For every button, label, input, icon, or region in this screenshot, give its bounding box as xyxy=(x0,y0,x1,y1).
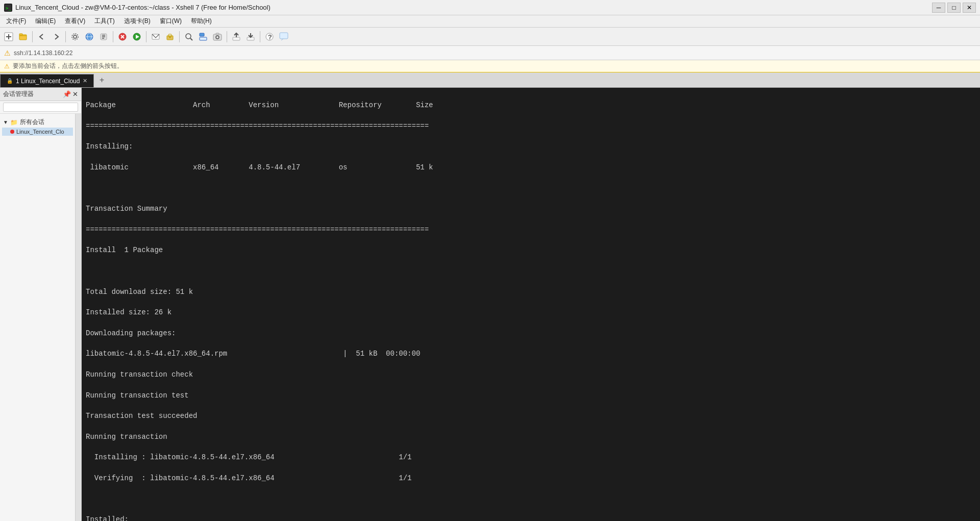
maximize-button[interactable]: □ xyxy=(947,3,961,13)
term-line-7: Install 1 Package xyxy=(86,246,163,254)
toolbar-sep6 xyxy=(227,31,227,42)
menu-edit[interactable]: 编辑(E) xyxy=(31,16,60,27)
term-line-14: Running transaction test xyxy=(86,391,189,400)
menu-help[interactable]: 帮助(H) xyxy=(187,16,216,27)
toolbar-sep7 xyxy=(260,31,260,42)
svg-rect-32 xyxy=(233,37,240,40)
svg-rect-29 xyxy=(213,34,222,40)
term-line-18: Verifying : libatomic-4.8.5-44.el7.x86_6… xyxy=(86,474,412,482)
toolbar-back-btn[interactable] xyxy=(35,30,48,43)
term-line-20: Installed: xyxy=(86,515,129,521)
session-search-input[interactable] xyxy=(3,103,78,112)
minimize-button[interactable]: ─ xyxy=(932,3,945,13)
status-dot-red xyxy=(10,130,14,134)
notif-icon: ⚠ xyxy=(4,63,10,70)
svg-line-26 xyxy=(190,38,192,40)
title-bar: >_ Linux_Tencent_Cloud - zw@VM-0-17-cent… xyxy=(0,0,980,15)
title-bar-left: >_ Linux_Tencent_Cloud - zw@VM-0-17-cent… xyxy=(4,4,271,12)
term-line-12: libatomic-4.8.5-44.el7.x86_64.rpm | 51 k… xyxy=(86,350,420,358)
tab-label: 1 Linux_Tencent_Cloud xyxy=(16,78,80,85)
toolbar-sep5 xyxy=(179,31,180,42)
svg-rect-6 xyxy=(19,34,22,35)
svg-text:?: ? xyxy=(268,34,272,41)
svg-rect-27 xyxy=(200,33,204,36)
tab-linux-tencent[interactable]: 🔒 1 Linux_Tencent_Cloud ✕ xyxy=(0,74,94,87)
session-header-label: 会话管理器 xyxy=(3,90,34,98)
term-line-11: Downloading packages: xyxy=(86,329,176,337)
toolbar-green-btn[interactable] xyxy=(130,30,143,43)
toolbar-new-btn[interactable] xyxy=(2,30,15,43)
toolbar-question-btn[interactable]: ? xyxy=(263,30,276,43)
menu-tabs[interactable]: 选项卡(B) xyxy=(120,16,155,27)
menu-bar: 文件(F) 编辑(E) 查看(V) 工具(T) 选项卡(B) 窗口(W) 帮助(… xyxy=(0,15,980,28)
session-header-icons: 📌 ✕ xyxy=(63,90,78,98)
svg-point-8 xyxy=(72,34,78,40)
notification-bar: ⚠ 要添加当前会话，点击左侧的箭头按钮。 xyxy=(0,60,980,72)
toolbar-download-btn[interactable] xyxy=(244,30,257,43)
term-line-1: ========================================… xyxy=(86,122,429,130)
svg-point-25 xyxy=(186,34,191,39)
left-panel: 会话管理器 📌 ✕ ▼ 📁 xyxy=(0,88,82,521)
toolbar-upload-btn[interactable] xyxy=(230,30,243,43)
session-pin-icon[interactable]: 📌 xyxy=(63,90,71,98)
content-area: 🔒 1 Linux_Tencent_Cloud ✕ + 会话管理器 📌 ✕ xyxy=(0,72,980,521)
terminal-icon: >_ xyxy=(4,4,12,12)
term-line-17: Installing : libatomic-4.8.5-44.el7.x86_… xyxy=(86,453,412,461)
toolbar-compose-btn[interactable] xyxy=(149,30,162,43)
menu-view[interactable]: 查看(V) xyxy=(61,16,89,27)
tab-add-button[interactable]: + xyxy=(95,74,108,87)
terminal[interactable]: Package Arch Version Repository Size ===… xyxy=(82,88,980,521)
term-line-3: libatomic x86_64 4.8.5-44.el7 os 51 k xyxy=(86,163,433,171)
toolbar-chat-btn[interactable] xyxy=(277,30,290,43)
tree-group-all: ▼ 📁 所有会话 Linux_Tencent_Clo xyxy=(0,116,75,137)
toolbar-sep4 xyxy=(146,31,146,42)
address-text: ssh://1.14.138.160:22 xyxy=(14,49,72,57)
menu-window[interactable]: 窗口(W) xyxy=(156,16,186,27)
tree-group-label-all[interactable]: ▼ 📁 所有会话 xyxy=(2,117,73,128)
menu-file[interactable]: 文件(F) xyxy=(2,16,30,27)
svg-text:>_: >_ xyxy=(6,6,11,11)
toolbar-settings-btn[interactable] xyxy=(68,30,82,43)
tab-icon: 🔒 xyxy=(7,78,13,84)
toolbar-key-btn[interactable] xyxy=(163,30,177,43)
warning-icon: ⚠ xyxy=(4,49,11,57)
term-line-15: Transaction test succeeded xyxy=(86,412,197,420)
toolbar-camera-btn[interactable] xyxy=(211,30,224,43)
toolbar-forward-btn[interactable] xyxy=(50,30,63,43)
term-line-13: Running transaction check xyxy=(86,370,193,379)
toolbar: ? xyxy=(0,28,980,46)
svg-rect-28 xyxy=(200,37,207,40)
term-line-0: Package Arch Version Repository Size xyxy=(86,101,433,109)
svg-rect-36 xyxy=(280,33,288,39)
term-line-5: Transaction Summary xyxy=(86,205,167,213)
svg-point-24 xyxy=(169,36,171,38)
tree-expand-icon: ▼ xyxy=(3,119,8,125)
toolbar-info-btn[interactable] xyxy=(197,30,210,43)
close-button[interactable]: ✕ xyxy=(963,3,976,13)
toolbar-stop-btn[interactable] xyxy=(116,30,129,43)
toolbar-sep1 xyxy=(32,31,33,42)
svg-rect-31 xyxy=(216,33,219,35)
notif-text: 要添加当前会话，点击左侧的箭头按钮。 xyxy=(13,62,123,70)
address-bar: ⚠ ssh://1.14.138.160:22 xyxy=(0,46,980,60)
toolbar-paint-btn[interactable] xyxy=(97,30,110,43)
session-close-icon[interactable]: ✕ xyxy=(72,90,78,98)
tab-bar: 🔒 1 Linux_Tencent_Cloud ✕ + xyxy=(0,72,980,88)
session-panel: 会话管理器 📌 ✕ ▼ 📁 xyxy=(0,88,82,521)
session-header: 会话管理器 📌 ✕ xyxy=(0,88,81,101)
menu-tools[interactable]: 工具(T) xyxy=(90,16,118,27)
tree-item-name: Linux_Tencent_Clo xyxy=(16,129,64,135)
session-scrollbar[interactable] xyxy=(75,114,81,521)
session-tree: ▼ 📁 所有会话 Linux_Tencent_Clo xyxy=(0,114,75,521)
toolbar-sep3 xyxy=(113,31,113,42)
folder-icon: 📁 xyxy=(10,119,18,126)
toolbar-open-btn[interactable] xyxy=(16,30,30,43)
tree-item-linux[interactable]: Linux_Tencent_Clo xyxy=(2,128,73,136)
toolbar-zoom-btn[interactable] xyxy=(182,30,195,43)
title-text: Linux_Tencent_Cloud - zw@VM-0-17-centos:… xyxy=(15,4,271,11)
svg-point-7 xyxy=(74,35,77,38)
tab-close-button[interactable]: ✕ xyxy=(83,78,87,84)
session-search xyxy=(0,101,81,114)
toolbar-globe-btn[interactable] xyxy=(83,30,96,43)
toolbar-sep2 xyxy=(65,31,66,42)
